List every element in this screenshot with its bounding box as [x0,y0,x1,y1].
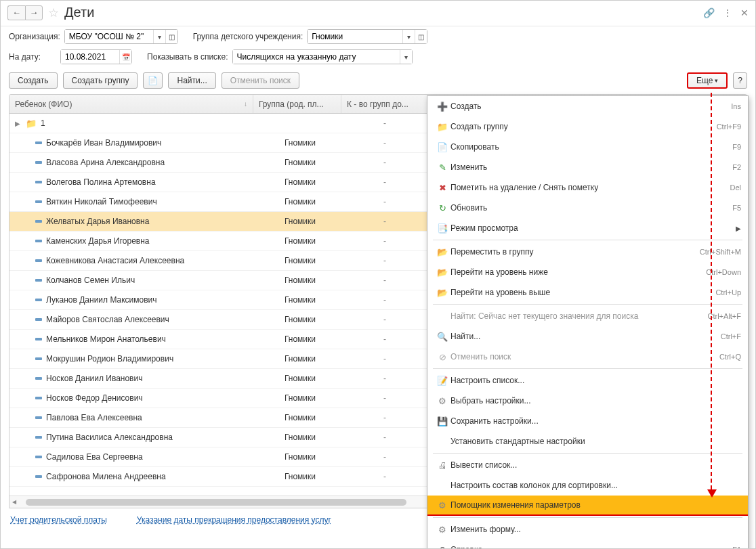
menu-item-shortcut: Ctrl+Alt+F [707,312,741,320]
nav-forward-button[interactable]: → [25,5,43,20]
nav-back-button[interactable]: ← [7,5,25,20]
menu-item[interactable]: 📂Перейти на уровень вышеCtrl+Up [427,282,748,303]
row-group: Гномики [253,413,341,422]
menu-item: Найти: Сейчас нет текущего значения для … [427,306,748,326]
org-dropdown-icon[interactable]: ▾ [153,30,165,43]
row-groups-count: - [341,393,428,403]
menu-item[interactable]: 📄СкопироватьF9 [427,137,748,157]
group-open-icon[interactable]: ◫ [415,30,427,43]
menu-item-shortcut: Ctrl+F9 [717,123,741,131]
row-group: Гномики [253,374,341,383]
row-group: Гномики [253,295,341,305]
scrollbar-thumb[interactable] [26,499,406,506]
termination-date-link[interactable]: Указание даты прекращения предоставления… [137,515,331,525]
scroll-left-icon[interactable]: ◀ [12,499,16,505]
group-label: Группа детского учреждения: [193,32,303,41]
item-icon [35,240,42,242]
menu-item-icon: 🖨 [434,460,450,470]
column-fio[interactable]: Ребенок (ФИО) ↓ [9,95,253,113]
calendar-icon[interactable]: 📅 [119,50,131,64]
menu-item[interactable]: ⚙Выбрать настройки... [427,391,748,411]
column-groups-count[interactable]: К - во групп до... [341,95,428,113]
group-combo[interactable]: ▾ ◫ [307,29,427,44]
menu-item[interactable]: 📁Создать группуCtrl+F9 [427,116,748,137]
page-header: ← → ☆ Дети 🔗 ⋮ ✕ [1,1,755,26]
menu-item-icon: 🔍 [434,332,450,342]
menu-item[interactable]: 💾Сохранить настройки... [427,411,748,431]
help-button[interactable]: ? [733,72,747,89]
copy-button[interactable]: 📄 [143,72,163,89]
show-dropdown-icon[interactable]: ▾ [400,50,412,64]
row-groups-count: - [341,256,428,265]
org-open-icon[interactable]: ◫ [165,30,177,43]
menu-item[interactable]: ⚙Помощник изменения параметров [427,496,748,516]
row-name: Бочкарёв Иван Владимирович [46,138,161,148]
org-input[interactable] [65,30,153,43]
group-input[interactable] [308,30,402,43]
row-name: Мельников Мирон Анатольевич [46,334,166,344]
row-groups-count: - [341,158,428,167]
menu-item[interactable]: 📑Режим просмотра▶ [427,218,748,238]
menu-item[interactable]: Установить стандартные настройки [427,431,748,452]
close-icon[interactable]: ✕ [740,7,749,18]
create-button[interactable]: Создать [9,72,58,89]
menu-item[interactable]: 📂Перейти на уровень нижеCtrl+Down [427,262,748,282]
row-groups-count: - [341,334,428,344]
menu-item-icon: 📂 [434,288,450,298]
kebab-menu-icon[interactable]: ⋮ [723,7,732,18]
menu-item[interactable]: 🖨Вывести список... [427,455,748,475]
item-icon [35,220,42,223]
menu-item-label: Отменить поиск [450,352,719,361]
menu-item-shortcut: F5 [732,204,741,212]
group-dropdown-icon[interactable]: ▾ [402,30,415,43]
create-group-button[interactable]: Создать группу [63,72,138,89]
item-icon [35,475,42,478]
menu-item[interactable]: ✎ИзменитьF2 [427,157,748,177]
menu-item-icon: ↻ [434,203,450,213]
show-combo[interactable]: ▾ [232,49,413,64]
menu-item-icon: ⊘ [434,352,450,362]
menu-item-label: Переместить в группу [450,247,700,257]
menu-item-label: Вывести список... [450,460,741,470]
show-input[interactable] [233,50,400,64]
row-groups-count: - [341,197,428,206]
row-group: Гномики [253,354,341,364]
menu-item-label: Создать [450,102,731,111]
menu-item[interactable]: ?СправкаF1 [427,540,748,549]
menu-item[interactable]: ↻ОбновитьF5 [427,198,748,218]
cancel-search-button[interactable]: Отменить поиск [222,72,299,89]
column-group[interactable]: Группа (род. пл... [253,95,341,113]
date-combo[interactable]: 📅 [60,49,132,64]
more-button[interactable]: Еще ▾ [687,72,728,89]
menu-item-shortcut: Ctrl+Shift+M [700,248,741,256]
favorite-icon[interactable]: ☆ [48,5,59,20]
filter-row-2: На дату: 📅 Показывать в списке: ▾ [1,47,755,67]
item-icon [35,416,42,419]
menu-item-icon: 📂 [434,247,450,257]
menu-item[interactable]: 📝Настроить список... [427,370,748,391]
org-label: Организация: [9,32,60,41]
item-icon [35,141,42,144]
menu-item[interactable]: ✖Пометить на удаление / Снять пометкуDel [427,177,748,198]
menu-item[interactable]: 📂Переместить в группуCtrl+Shift+M [427,242,748,262]
date-input[interactable] [61,50,119,64]
menu-item-label: Справка [450,545,732,549]
find-button[interactable]: Найти... [168,72,215,89]
menu-item[interactable]: 🔍Найти...Ctrl+F [427,326,748,347]
menu-item[interactable]: Настроить состав колонок для сортировки.… [427,475,748,496]
org-combo[interactable]: ▾ ◫ [64,29,178,44]
row-name: Колчанов Семен Ильич [46,276,135,285]
parent-fee-link[interactable]: Учет родительской платы [10,515,107,525]
row-groups-count: - [341,276,428,285]
item-icon [35,377,42,380]
menu-item-shortcut: Ctrl+Up [715,288,741,297]
expand-icon[interactable]: ▶ [15,120,22,127]
menu-item-label: Создать группу [450,122,717,131]
menu-item[interactable]: ➕СоздатьIns [427,96,748,116]
row-group: Гномики [253,393,341,403]
link-icon[interactable]: 🔗 [703,7,715,18]
menu-item[interactable]: ⚙Изменить форму... [427,519,748,540]
menu-item: ⊘Отменить поискCtrl+Q [427,347,748,367]
menu-item-label: Настроить список... [450,376,741,385]
row-groups-count: - [341,236,428,246]
